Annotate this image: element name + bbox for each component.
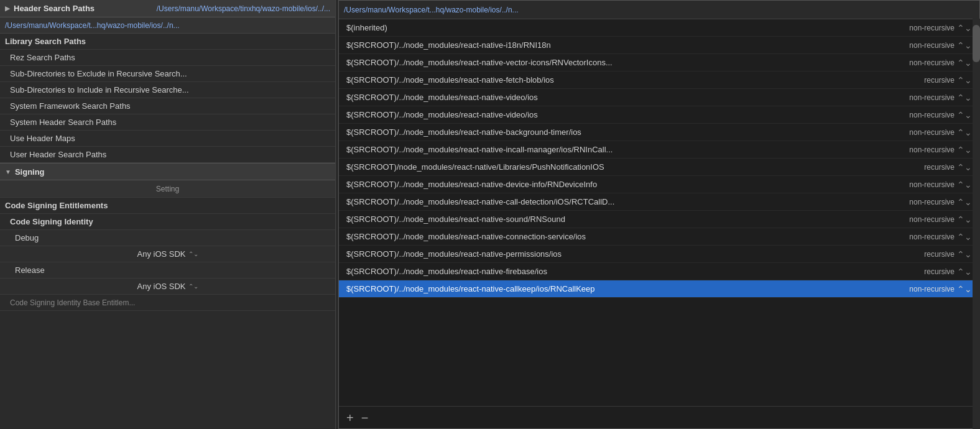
path-text-8: $(SRCROOT)/node_modules/react-native/Lib… [346,162,924,172]
header-search-paths-row[interactable]: ▶ Header Search Paths /Users/manu/Worksp… [0,0,335,17]
path-text-1: $(SRCROOT)/../node_modules/react-native-… [346,40,909,50]
stepper-icon-11: ⌃⌄ [957,214,972,224]
scrollbar-track[interactable] [973,19,980,429]
sub-dirs-include-item[interactable]: Sub-Directories to Include in Recursive … [0,82,335,98]
recursive-text-8: recursive [924,163,955,172]
path-text-11: $(SRCROOT)/../node_modules/react-native-… [346,214,909,224]
overlay-row-13[interactable]: $(SRCROOT)/../node_modules/react-native-… [339,246,979,263]
any-ios-sdk-row-2[interactable]: Any iOS SDK ⌃⌄ [0,279,335,295]
code-signing-entitlements-item[interactable]: Code Signing Entitlements [0,198,335,214]
overlay-row-10[interactable]: $(SRCROOT)/../node_modules/react-native-… [339,193,979,211]
recursive-text-11: non-recursive [909,215,955,224]
overlay-row-1[interactable]: $(SRCROOT)/../node_modules/react-native-… [339,37,979,54]
overlay-row-9[interactable]: $(SRCROOT)/../node_modules/react-native-… [339,176,979,193]
user-header-paths-item[interactable]: User Header Search Paths [0,147,335,163]
path-text-5: $(SRCROOT)/../node_modules/react-native-… [346,110,909,119]
system-framework-paths-item[interactable]: System Framework Search Paths [0,98,335,114]
main-container: ▶ Header Search Paths /Users/manu/Worksp… [0,0,980,429]
use-header-maps-item[interactable]: Use Header Maps [0,131,335,147]
library-search-paths-label: Library Search Paths [5,37,86,46]
sub-dirs-exclude-label: Sub-Directories to Exclude in Recursive … [10,69,187,78]
recursive-text-7: non-recursive [909,145,955,154]
overlay-row-0[interactable]: $(inherited) non-recursive ⌃⌄ [339,19,979,37]
remove-path-button[interactable]: − [361,412,369,424]
recursive-text-9: non-recursive [909,180,955,189]
stepper-icon-15: ⌃⌄ [957,284,972,294]
overlay-row-7[interactable]: $(SRCROOT)/../node_modules/react-native-… [339,141,979,159]
stepper-icon-4: ⌃⌄ [957,93,972,103]
stepper-icon-1: ⌃⌄ [957,40,972,50]
chevron-icon-1: ⌃⌄ [188,251,198,257]
stepper-icon-10: ⌃⌄ [957,197,972,207]
code-signing-identity-item[interactable]: Code Signing Identity [0,214,335,230]
overlay-row-6[interactable]: $(SRCROOT)/../node_modules/react-native-… [339,124,979,141]
overlay-row-12[interactable]: $(SRCROOT)/../node_modules/react-native-… [339,228,979,246]
overlay-row-4[interactable]: $(SRCROOT)/../node_modules/react-native-… [339,89,979,106]
rez-search-paths-label: Rez Search Paths [10,53,75,62]
expand-triangle-icon: ▶ [5,5,10,12]
sub-dirs-include-label: Sub-Directories to Include in Recursive … [10,85,189,95]
path-text-0: $(inherited) [346,23,909,32]
path-text-4: $(SRCROOT)/../node_modules/react-native-… [346,93,909,102]
overlay-row-2[interactable]: $(SRCROOT)/../node_modules/react-native-… [339,54,979,72]
stepper-icon-9: ⌃⌄ [957,180,972,190]
section-items: Library Search Paths Rez Search Paths Su… [0,34,335,163]
recursive-text-12: non-recursive [909,233,955,241]
library-search-paths-item[interactable]: Library Search Paths [0,34,335,50]
stepper-icon-8: ⌃⌄ [957,162,972,172]
stepper-icon-12: ⌃⌄ [957,232,972,242]
recursive-text-4: non-recursive [909,93,955,102]
overlay-header: /Users/manu/Workspace/t...hq/wazo-mobile… [339,1,979,19]
debug-label: Debug [15,233,39,242]
scrollbar-thumb[interactable] [973,25,980,62]
stepper-icon-0: ⌃⌄ [957,23,972,33]
setting-column-label: Setting [156,185,179,193]
recursive-text-14: recursive [924,267,955,276]
system-framework-paths-label: System Framework Search Paths [10,101,131,111]
path-text-3: $(SRCROOT)/../node_modules/react-native-… [346,75,924,85]
overlay-header-path: /Users/manu/Workspace/t...hq/wazo-mobile… [344,6,519,14]
recursive-text-10: non-recursive [909,198,955,206]
path-text-15: $(SRCROOT)/../node_modules/react-native-… [346,284,909,293]
overlay-row-8[interactable]: $(SRCROOT)/node_modules/react-native/Lib… [339,159,979,176]
overlay-row-5[interactable]: $(SRCROOT)/../node_modules/react-native-… [339,106,979,124]
recursive-text-0: non-recursive [909,24,955,32]
stepper-icon-14: ⌃⌄ [957,267,972,277]
overlay-list[interactable]: $(inherited) non-recursive ⌃⌄ $(SRCROOT)… [339,19,979,406]
any-ios-sdk-row-1[interactable]: Any iOS SDK ⌃⌄ [0,246,335,262]
add-path-button[interactable]: + [346,412,354,424]
overlay-panel: /Users/manu/Workspace/t...hq/wazo-mobile… [338,0,980,429]
release-row[interactable]: Release [0,262,335,279]
overlay-footer: + − [339,406,979,428]
stepper-icon-3: ⌃⌄ [957,75,972,85]
release-label: Release [15,265,45,275]
code-signing-identity-label: Code Signing Identity [10,217,93,226]
header-search-paths-value: /Users/manu/Workspace/tinxhq/wazo-mobile… [95,4,330,13]
signing-triangle-icon: ▼ [5,168,11,175]
header-search-paths-label: Header Search Paths [14,4,95,13]
sub-dirs-exclude-item[interactable]: Sub-Directories to Exclude in Recursive … [0,66,335,82]
stepper-icon-7: ⌃⌄ [957,145,972,155]
any-ios-sdk-value-2: Any iOS SDK ⌃⌄ [137,282,198,291]
signing-label: Signing [15,167,45,177]
signing-section-header[interactable]: ▼ Signing [0,163,335,180]
overlay-row-3[interactable]: $(SRCROOT)/../node_modules/react-native-… [339,72,979,89]
recursive-text-6: non-recursive [909,128,955,137]
path-text-6: $(SRCROOT)/../node_modules/react-native-… [346,127,909,137]
system-header-paths-item[interactable]: System Header Search Paths [0,114,335,131]
path-text-7: $(SRCROOT)/../node_modules/react-native-… [346,145,909,154]
stepper-icon-13: ⌃⌄ [957,249,972,259]
user-header-paths-label: User Header Search Paths [10,150,106,159]
overlay-row-14[interactable]: $(SRCROOT)/../node_modules/react-native-… [339,263,979,280]
stepper-icon-5: ⌃⌄ [957,110,972,120]
path-text-10: $(SRCROOT)/../node_modules/react-native-… [346,197,909,206]
rez-search-paths-item[interactable]: Rez Search Paths [0,50,335,66]
debug-row[interactable]: Debug [0,230,335,246]
overlay-row-11[interactable]: $(SRCROOT)/../node_modules/react-native-… [339,211,979,228]
overlay-row-15[interactable]: $(SRCROOT)/../node_modules/react-native-… [339,280,979,298]
chevron-icon-2: ⌃⌄ [188,283,198,290]
second-path-value: /Users/manu/Workspace/t...hq/wazo-mobile… [5,21,180,30]
recursive-text-5: non-recursive [909,111,955,119]
any-ios-sdk-value-1: Any iOS SDK ⌃⌄ [137,249,198,259]
stepper-icon-2: ⌃⌄ [957,58,972,68]
